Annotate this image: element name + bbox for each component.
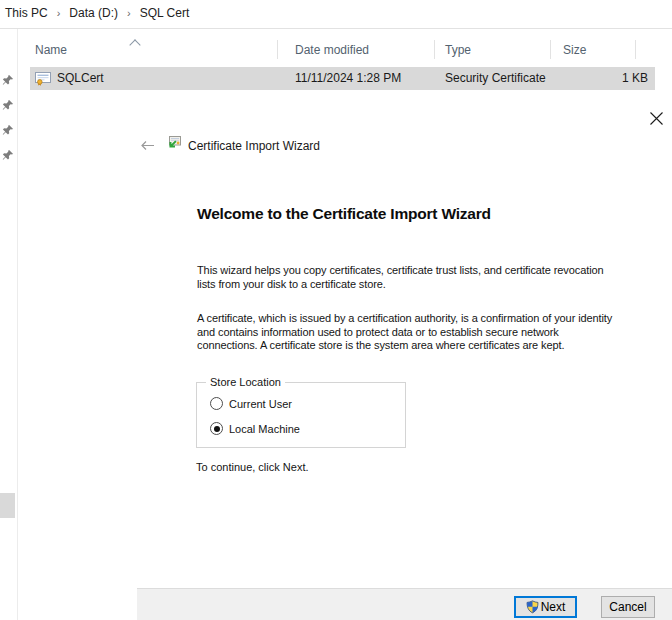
store-location-groupbox: Store Location Current User Local Machin… — [196, 382, 406, 448]
breadcrumb-this-pc[interactable]: This PC — [5, 6, 48, 20]
column-header-type[interactable]: Type — [445, 43, 471, 57]
column-divider — [635, 40, 636, 59]
column-header-date-modified[interactable]: Date modified — [295, 43, 369, 57]
breadcrumb-sql-cert[interactable]: SQL Cert — [140, 6, 190, 20]
close-icon[interactable] — [649, 111, 664, 126]
pushpin-icon — [2, 74, 14, 86]
wizard-title: Certificate Import Wizard — [188, 139, 320, 153]
next-button-label: Next — [541, 600, 566, 614]
breadcrumb-chevron-icon: › — [57, 7, 61, 19]
column-divider — [434, 40, 435, 59]
next-button[interactable]: Next — [514, 596, 577, 618]
pushpin-icon — [2, 99, 14, 111]
column-header-size[interactable]: Size — [563, 43, 586, 57]
column-divider — [277, 40, 278, 59]
sort-ascending-chevron-icon — [129, 39, 140, 50]
nav-pane-divider — [17, 29, 18, 620]
radio-current-user-label: Current User — [229, 398, 292, 410]
pushpin-icon — [2, 124, 14, 136]
radio-local-machine[interactable]: Local Machine — [210, 422, 300, 435]
wizard-heading: Welcome to the Certificate Import Wizard — [197, 205, 491, 223]
column-divider — [550, 40, 551, 59]
explorer-window: This PC › Data (D:) › SQL Cert Name Date… — [0, 0, 672, 620]
wizard-paragraph-2: A certificate, which is issued by a cert… — [197, 312, 667, 353]
security-certificate-icon — [35, 70, 51, 86]
file-type: Security Certificate — [445, 71, 546, 85]
breadcrumb-data-drive[interactable]: Data (D:) — [69, 6, 118, 20]
store-location-legend: Store Location — [206, 376, 285, 388]
breadcrumb-chevron-icon: › — [127, 7, 131, 19]
radio-current-user[interactable]: Current User — [210, 397, 292, 410]
radio-local-machine-label: Local Machine — [229, 423, 300, 435]
cancel-button[interactable]: Cancel — [601, 596, 655, 618]
nav-pane-item-highlight[interactable] — [0, 493, 15, 518]
file-size: 1 KB — [622, 71, 648, 85]
file-row-sqlcert[interactable]: SQLCert 11/11/2024 1:28 PM Security Cert… — [30, 67, 655, 90]
column-header-name[interactable]: Name — [35, 43, 67, 57]
address-bar-divider — [0, 28, 672, 29]
radio-button-icon[interactable] — [210, 397, 223, 410]
certificate-import-wizard-icon — [165, 136, 181, 152]
back-arrow-icon[interactable] — [140, 138, 155, 151]
uac-shield-icon — [526, 600, 539, 614]
footer-bar — [137, 589, 672, 620]
cancel-button-label: Cancel — [609, 600, 646, 614]
file-name: SQLCert — [57, 71, 104, 85]
wizard-paragraph-1: This wizard helps you copy certificates,… — [197, 264, 667, 291]
continue-hint: To continue, click Next. — [196, 461, 309, 473]
radio-button-icon[interactable] — [210, 422, 223, 435]
pushpin-icon — [2, 149, 14, 161]
file-date-modified: 11/11/2024 1:28 PM — [295, 71, 401, 85]
breadcrumb: This PC › Data (D:) › SQL Cert — [5, 6, 189, 20]
